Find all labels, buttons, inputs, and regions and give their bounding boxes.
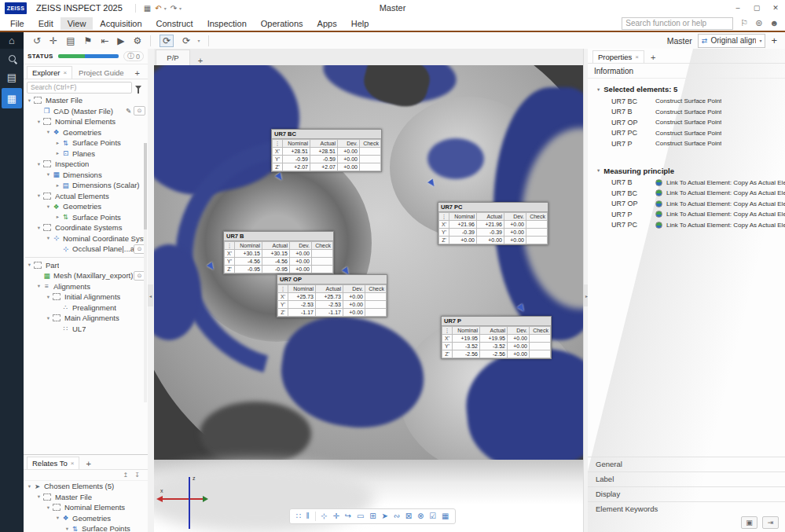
redo-icon-caret[interactable]: ▾: [179, 6, 182, 11]
expander-icon[interactable]: ▾: [45, 504, 52, 511]
section-element-keywords[interactable]: Element Keywords: [588, 501, 785, 516]
keywords-button[interactable]: ⇥: [762, 516, 779, 529]
window-layout-icon[interactable]: ▦: [144, 4, 151, 13]
scroll-down-icon[interactable]: ↧: [134, 471, 140, 479]
recalculate-all-icon-caret[interactable]: ▾: [197, 38, 200, 43]
tree-item-surface-points[interactable]: ▾⇅Surface Points: [24, 523, 148, 532]
expander-icon[interactable]: ▾: [45, 171, 52, 178]
previous-stage-icon[interactable]: ⇤: [101, 35, 108, 46]
recalculate-all-icon[interactable]: ⟳: [182, 35, 190, 46]
viewport-tab[interactable]: P/P: [156, 50, 190, 65]
menu-item-acquisition[interactable]: Acquisition: [93, 17, 149, 30]
expander-icon[interactable]: ▾: [45, 294, 52, 300]
maximize-button[interactable]: ▢: [747, 1, 766, 15]
invert-selection-icon[interactable]: ⊗: [417, 512, 424, 520]
expander-icon[interactable]: ▸: [54, 150, 61, 156]
measurement-label-ur7-op[interactable]: UR7 OP⋮NominalActualDev.CheckX'+25.73+25…: [277, 274, 387, 317]
measurement-label-ur7-p[interactable]: UR7 P⋮NominalActualDev.CheckX'+19.95+19.…: [441, 316, 552, 359]
measuring-principle-header[interactable]: ▾ Measuring principle: [588, 160, 785, 178]
rect-selection-icon[interactable]: ▭: [357, 512, 364, 520]
selection-points-icon[interactable]: ∷: [295, 512, 300, 520]
tree-item-occlusal-plane-al-plane-ur7-pc[interactable]: ⊹Occlusal Plane|...al Plane|UR7 PC⊙: [24, 244, 148, 255]
scroll-up-icon[interactable]: ↥: [123, 471, 129, 479]
expander-icon[interactable]: ▾: [45, 129, 52, 135]
close-button[interactable]: ✕: [766, 1, 785, 15]
expander-icon[interactable]: ▾: [35, 161, 42, 167]
measurement-label-ur7-b[interactable]: UR7 B⋮NominalActualDev.CheckX'+30.15+30.…: [223, 231, 334, 274]
tree-item-nominal-elements[interactable]: ▾Nominal Elements: [24, 502, 148, 513]
render-mode-icon[interactable]: ▤: [66, 35, 75, 46]
expander-icon[interactable]: ▾: [45, 235, 52, 241]
workspace-grid-button[interactable]: ▦: [2, 88, 22, 108]
new-tab-button[interactable]: +: [651, 53, 655, 63]
menu-item-edit[interactable]: Edit: [31, 17, 61, 30]
status-info-badge[interactable]: ⓘ 0: [123, 51, 144, 61]
expander-icon[interactable]: ▾: [26, 483, 33, 490]
rect-add-icon[interactable]: ⊞: [369, 512, 376, 520]
account-icon[interactable]: ☻: [769, 18, 779, 28]
alignment-selector[interactable]: ⇄ Original alignment ▾: [698, 34, 766, 48]
measurement-label-ur7-pc[interactable]: UR7 PC⋮NominalActualDev.CheckX'+21.96+21…: [438, 202, 548, 245]
tree-item-dimensions-scalar[interactable]: ▸▤Dimensions (Scalar): [24, 180, 148, 191]
menu-item-apps[interactable]: Apps: [310, 17, 344, 30]
expander-icon[interactable]: ▾: [26, 97, 33, 104]
tree-item-master-file[interactable]: ▾Master File: [24, 95, 148, 106]
tree-item-mesh-maxillary-export[interactable]: ▦Mesh (Maxillary_export)⊙: [24, 270, 148, 281]
new-tab-button[interactable]: +: [86, 459, 90, 469]
undo-icon[interactable]: ↶: [155, 4, 161, 13]
tab-explorer[interactable]: Explorer ×: [27, 66, 72, 79]
whats-new-icon[interactable]: ⚐: [740, 18, 748, 28]
tree-item-actual-elements[interactable]: ▾Actual Elements: [24, 191, 148, 202]
selected-elements-header[interactable]: ▾ Selected elements: 5: [588, 79, 785, 96]
redo-icon[interactable]: ↷: [171, 4, 177, 13]
support-icon[interactable]: ⊚: [755, 18, 762, 28]
tree-item-geometries[interactable]: ▾❖Geometries: [24, 201, 148, 212]
tree-item-dimensions[interactable]: ▾▦Dimensions: [24, 170, 148, 181]
expander-icon[interactable]: ▸: [54, 182, 61, 189]
menu-item-view[interactable]: View: [61, 17, 94, 30]
filter-icon[interactable]: [135, 86, 141, 90]
minimize-button[interactable]: –: [728, 1, 747, 15]
link-selection-icon[interactable]: ∾: [394, 512, 400, 520]
tree-item-alignments[interactable]: ▾≡Alignments: [24, 281, 148, 292]
tab-relates-to[interactable]: Relates To ×: [27, 457, 79, 469]
new-tab-button[interactable]: +: [135, 68, 140, 79]
collapse-left-panel-button[interactable]: ◂: [148, 284, 153, 306]
preview-button[interactable]: ▣: [741, 516, 757, 529]
expander-icon[interactable]: ▾: [54, 515, 61, 521]
section-label[interactable]: Label: [588, 471, 785, 486]
tree-item-geometries[interactable]: ▾❖Geometries: [24, 127, 148, 138]
search-input[interactable]: [622, 17, 733, 30]
expander-icon[interactable]: ▾: [35, 225, 42, 231]
report-button[interactable]: ▤: [0, 68, 24, 86]
expander-icon[interactable]: ▸: [54, 214, 61, 220]
menu-item-construct[interactable]: Construct: [149, 17, 200, 30]
tree-item-coordinate-systems[interactable]: ▾Coordinate Systems: [24, 222, 148, 233]
3d-scene[interactable]: UR7 BC⋮NominalActualDev.CheckX'+28.51+28…: [154, 65, 583, 532]
section-general[interactable]: General: [588, 457, 785, 471]
undo-icon-caret[interactable]: ▾: [164, 6, 167, 11]
tree-item-surface-points[interactable]: ▸⇅Surface Points: [24, 212, 148, 223]
tree-item-geometries[interactable]: ▾❖Geometries: [24, 513, 148, 524]
edit-icon[interactable]: ✎: [126, 107, 131, 115]
tree-item-nominal-coordinate-systems[interactable]: ▾⊹Nominal Coordinate Systems: [24, 233, 148, 244]
expander-icon[interactable]: ▸: [54, 140, 61, 146]
new-viewport-tab-button[interactable]: +: [190, 56, 211, 65]
cursor-select-icon[interactable]: ➤: [381, 512, 387, 520]
tab-project-guide[interactable]: Project Guide: [74, 67, 129, 79]
expander-icon[interactable]: ▾: [35, 283, 42, 289]
tree-item-master-file[interactable]: ▾Master File: [24, 492, 148, 503]
visibility-toggle[interactable]: ⊙: [134, 106, 145, 116]
play-stage-icon[interactable]: ▶: [117, 35, 124, 46]
tree-item-nominal-elements[interactable]: ▾Nominal Elements: [24, 116, 148, 127]
move-icon[interactable]: ✛: [333, 512, 339, 520]
expander-icon[interactable]: ▾: [64, 526, 71, 532]
split-view-icon[interactable]: ‖: [306, 512, 310, 520]
tree-item-cad-master-file[interactable]: ❒CAD (Master File)✎⊙: [24, 106, 148, 117]
section-display[interactable]: Display: [588, 486, 785, 501]
close-tab-icon[interactable]: ×: [635, 53, 639, 61]
expander-icon[interactable]: ▾: [35, 493, 42, 500]
selection-mode-icon[interactable]: ▦: [442, 512, 449, 520]
expander-icon[interactable]: ▾: [26, 262, 33, 268]
menu-item-operations[interactable]: Operations: [254, 17, 310, 30]
